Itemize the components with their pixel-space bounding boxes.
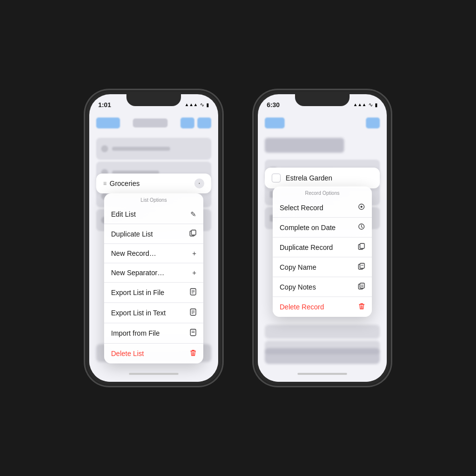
status-icons-1: ▲▲▲ ∿ ▮ xyxy=(184,102,209,108)
nav-bar-1 xyxy=(89,112,218,134)
select-record-label: Select Record xyxy=(280,204,323,212)
nav-bar-2 xyxy=(258,112,387,134)
battery-icon-2: ▮ xyxy=(375,102,378,108)
duplicate-record-icon xyxy=(358,243,365,251)
nav-icon-blur-2 xyxy=(197,118,211,128)
status-time-2: 6:30 xyxy=(267,101,280,109)
menu-item-new-separator[interactable]: New Separator… + xyxy=(104,263,203,283)
bottom-bar-blur xyxy=(265,348,380,364)
trash-icon-1 xyxy=(190,349,196,358)
menu-item-new-record[interactable]: New Record… + xyxy=(104,244,203,263)
home-bar-1 xyxy=(129,373,178,375)
list-badge-icon: · xyxy=(198,179,200,187)
scene: 1:01 ▲▲▲ ∿ ▮ xyxy=(0,0,476,476)
svg-point-14 xyxy=(360,206,362,208)
new-record-label: New Record… xyxy=(111,249,156,257)
plus-icon-2: + xyxy=(192,269,196,277)
edit-list-label: Edit List xyxy=(111,210,136,218)
svg-rect-22 xyxy=(360,283,364,288)
list-menu-icon: ≡ xyxy=(103,180,107,187)
list-name: Groceries xyxy=(110,179,140,187)
list-header-left: ≡ Groceries xyxy=(103,179,140,187)
phone-2: 6:30 ▲▲▲ ∿ ▮ xyxy=(253,89,392,387)
copy-name-label: Copy Name xyxy=(280,263,316,271)
export-file-label: Export List in File xyxy=(111,289,164,297)
wifi-icon: ∿ xyxy=(200,102,204,108)
file-icon-2 xyxy=(190,308,196,317)
menu-item-duplicate-list[interactable]: Duplicate List xyxy=(104,224,203,244)
back-btn-blur-2 xyxy=(265,118,285,128)
trash-icon-2 xyxy=(358,302,365,311)
status-icons-2: ▲▲▲ ∿ ▮ xyxy=(353,102,378,108)
file-icon-3 xyxy=(190,329,196,338)
menu-item-export-text[interactable]: Export List in Text xyxy=(104,303,203,323)
back-btn-blur-1 xyxy=(96,118,120,128)
record-menu-title: Record Options xyxy=(273,186,372,198)
menu-item-delete-list[interactable]: Delete List xyxy=(104,344,203,363)
record-item[interactable]: Estrela Garden xyxy=(265,168,380,188)
menu-item-import-file[interactable]: Import from File xyxy=(104,323,203,344)
status-time-1: 1:01 xyxy=(98,101,111,109)
menu-item-export-file[interactable]: Export List in File xyxy=(104,283,203,303)
file-icon-1 xyxy=(190,288,196,297)
svg-rect-17 xyxy=(360,243,364,248)
menu-item-edit-list[interactable]: Edit List ✎ xyxy=(104,205,203,224)
home-bar-2 xyxy=(298,373,347,375)
list-menu-title: List Options xyxy=(104,193,203,205)
duplicate-list-label: Duplicate List xyxy=(111,230,153,238)
record-context-menu: Record Options Select Record Complete on… xyxy=(273,186,372,317)
menu-item-duplicate-record[interactable]: Duplicate Record xyxy=(273,238,372,257)
duplicate-icon xyxy=(189,230,196,238)
list-header[interactable]: ≡ Groceries · xyxy=(96,174,211,193)
list-badge: · xyxy=(194,178,204,188)
battery-icon: ▮ xyxy=(206,102,209,108)
complete-date-label: Complete on Date xyxy=(280,224,336,232)
copy-name-icon xyxy=(358,263,365,271)
duplicate-record-label: Duplicate Record xyxy=(280,243,333,251)
menu-item-copy-name[interactable]: Copy Name xyxy=(273,257,372,277)
nav-title-blur-1 xyxy=(133,119,168,127)
record-checkbox[interactable] xyxy=(272,174,281,182)
plus-icon-1: + xyxy=(192,249,196,257)
nav-icon-blur-3 xyxy=(366,118,380,128)
menu-item-complete-date[interactable]: Complete on Date xyxy=(273,218,372,238)
menu-item-select-record[interactable]: Select Record xyxy=(273,198,372,218)
nav-icon-blur-1 xyxy=(180,118,194,128)
menu-item-delete-record[interactable]: Delete Record xyxy=(273,297,372,317)
copy-notes-icon xyxy=(358,283,365,291)
menu-item-copy-notes[interactable]: Copy Notes xyxy=(273,277,372,297)
list-context-menu: List Options Edit List ✎ Duplicate List … xyxy=(104,193,203,363)
svg-rect-1 xyxy=(191,230,196,235)
export-text-label: Export List in Text xyxy=(111,309,166,317)
signal-icon: ▲▲▲ xyxy=(184,102,198,107)
wifi-icon-2: ∿ xyxy=(368,102,373,108)
home-indicator-2 xyxy=(258,369,387,379)
svg-rect-19 xyxy=(360,263,364,268)
delete-record-label: Delete Record xyxy=(280,303,324,311)
select-icon xyxy=(358,203,365,212)
signal-icon-2: ▲▲▲ xyxy=(353,102,366,107)
phone2-title-blur xyxy=(265,138,344,153)
notch-2 xyxy=(295,94,350,106)
notch-1 xyxy=(126,94,181,106)
bg-item-1 xyxy=(96,138,211,160)
delete-list-label: Delete List xyxy=(111,350,144,357)
record-name: Estrela Garden xyxy=(286,174,332,182)
import-file-label: Import from File xyxy=(111,329,160,337)
copy-notes-label: Copy Notes xyxy=(280,283,316,291)
edit-icon: ✎ xyxy=(190,210,196,218)
new-separator-label: New Separator… xyxy=(111,269,164,277)
phone-1: 1:01 ▲▲▲ ∿ ▮ xyxy=(84,89,223,387)
home-indicator-1 xyxy=(89,369,218,379)
clock-icon xyxy=(358,223,365,232)
